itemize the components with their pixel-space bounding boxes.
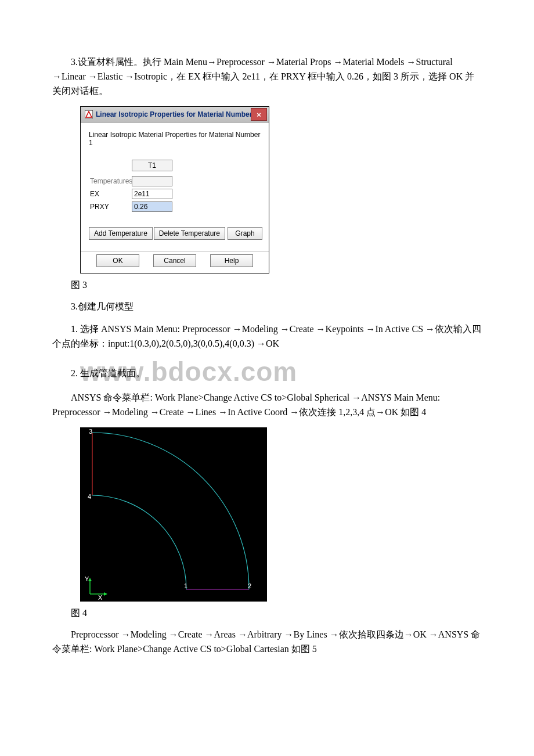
- caption-fig4: 图 4: [52, 607, 482, 620]
- dialog-footer: OK Cancel Help: [81, 251, 269, 273]
- dialog-title: Linear Isotropic Properties for Material…: [95, 110, 251, 118]
- row-label-ex: EX: [89, 190, 132, 198]
- caption-fig3: 图 3: [52, 279, 482, 291]
- para-material-props: 3.设置材料属性。执行 Main Menu→Preprocessor →Mate…: [52, 55, 482, 98]
- dialog-body: Linear Isotropic Material Properties for…: [81, 123, 269, 251]
- axis-y-label: Y: [85, 575, 89, 582]
- ansys-plot: Y X 1 2 3 4: [80, 427, 267, 602]
- para-pipe-section: 2. 生成管道截面。: [52, 368, 145, 380]
- col-header-t1: T1: [132, 160, 172, 171]
- dialog-window: Linear Isotropic Properties for Material…: [80, 106, 269, 273]
- kp3-label: 3: [89, 428, 92, 435]
- material-grid: T1 Temperatures EX 2e11 PRXY 0.26: [89, 160, 261, 212]
- dialog-temperature-buttons: Add Temperature Delete Temperature Graph: [89, 227, 261, 240]
- delete-temperature-button[interactable]: Delete Temperature: [154, 227, 225, 240]
- kp1-label: 1: [184, 582, 187, 589]
- help-button[interactable]: Help: [210, 254, 253, 267]
- svg-rect-1: [81, 428, 266, 601]
- row-label-temperatures: Temperatures: [89, 177, 132, 185]
- dialog-subtitle: Linear Isotropic Material Properties for…: [89, 131, 261, 147]
- dialog-titlebar: Linear Isotropic Properties for Material…: [81, 107, 269, 123]
- para-create-geom-heading: 3.创建几何模型: [52, 300, 482, 314]
- para-create-areas: Preprocessor →Modeling →Create →Areas →A…: [52, 628, 482, 657]
- close-button[interactable]: ×: [251, 108, 267, 121]
- prxy-field[interactable]: 0.26: [132, 201, 172, 212]
- figure-ansys-section: Y X 1 2 3 4: [80, 427, 482, 602]
- para-create-lines: ANSYS 命令菜单栏: Work Plane>Change Active CS…: [52, 391, 482, 420]
- ansys-icon: [81, 110, 95, 118]
- add-temperature-button[interactable]: Add Temperature: [89, 227, 153, 240]
- figure-dialog-linear-isotropic: Linear Isotropic Properties for Material…: [80, 106, 482, 273]
- ok-button[interactable]: OK: [96, 254, 139, 267]
- axis-x-label: X: [98, 594, 103, 601]
- cancel-button[interactable]: Cancel: [153, 254, 196, 267]
- temperatures-field[interactable]: [132, 176, 172, 186]
- close-icon: ×: [257, 111, 261, 118]
- kp4-label: 4: [88, 493, 91, 500]
- graph-button[interactable]: Graph: [228, 227, 262, 240]
- kp2-label: 2: [248, 582, 251, 589]
- ex-field[interactable]: 2e11: [132, 189, 172, 199]
- para-create-keypoints: 1. 选择 ANSYS Main Menu: Preprocessor →Mod…: [52, 322, 482, 351]
- row-label-prxy: PRXY: [89, 203, 132, 211]
